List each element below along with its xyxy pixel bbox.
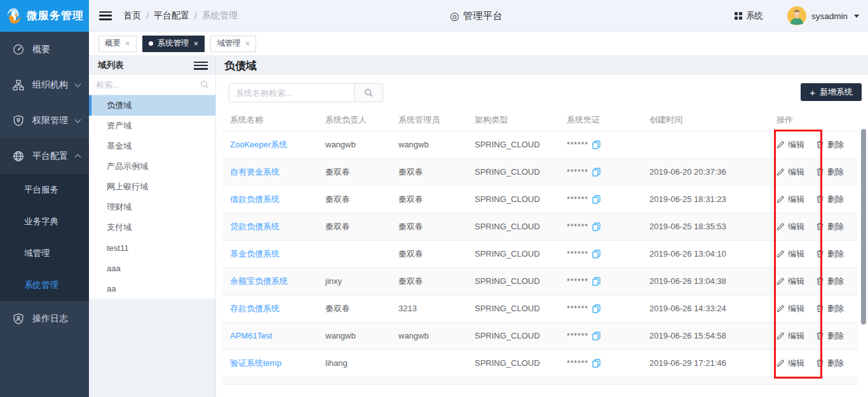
delete-button[interactable]: 删除 bbox=[816, 358, 844, 369]
delete-button[interactable]: 删除 bbox=[816, 194, 844, 205]
copy-icon[interactable] bbox=[592, 195, 600, 204]
app-window: 微服务管理 首页 / 平台配置 / 系统管理 ◎ 管理平台 系统 bbox=[0, 0, 868, 397]
copy-icon[interactable] bbox=[592, 359, 600, 368]
delete-button[interactable]: 删除 bbox=[816, 248, 844, 260]
credential-masked: ****** bbox=[567, 359, 588, 368]
system-name-link[interactable]: 借款负债系统 bbox=[230, 194, 280, 204]
system-name-link[interactable]: ZooKeeper系统 bbox=[230, 140, 287, 149]
submenu-item[interactable]: 域管理 bbox=[0, 238, 89, 269]
domain-list-item[interactable]: aa bbox=[89, 278, 215, 299]
owner-cell: 秦双春 bbox=[318, 185, 391, 213]
domain-list-item[interactable]: 网上银行域 bbox=[89, 177, 215, 197]
trash-icon bbox=[816, 277, 824, 285]
system-name-link[interactable]: 自有资金系统 bbox=[230, 167, 280, 177]
edit-button[interactable]: 编辑 bbox=[776, 166, 804, 178]
sidebar-item-permissions[interactable]: 权限管理 bbox=[0, 103, 89, 138]
table-row: 存款负债系统 秦双春 3213 SPRING_CLOUD ****** 2019… bbox=[222, 295, 858, 322]
domain-list-item[interactable]: 资产域 bbox=[89, 116, 215, 136]
edit-button[interactable]: 编辑 bbox=[776, 221, 804, 232]
credential-masked: ****** bbox=[567, 277, 588, 286]
toolbar: + 新增系统 bbox=[216, 75, 868, 109]
copy-icon[interactable] bbox=[592, 222, 600, 231]
tab[interactable]: 概要 × bbox=[98, 36, 137, 52]
domain-list-item[interactable]: 负债域 bbox=[89, 95, 215, 116]
copy-icon[interactable] bbox=[592, 277, 600, 286]
system-name-link[interactable]: 余额宝负债系统 bbox=[230, 276, 288, 286]
domain-list-item[interactable]: 理财域 bbox=[89, 197, 215, 217]
created-cell: 2019-06-29 17:21:46 bbox=[642, 349, 769, 377]
copy-icon[interactable] bbox=[592, 304, 600, 313]
system-search-input[interactable] bbox=[229, 83, 355, 102]
created-cell bbox=[642, 131, 769, 158]
user-menu[interactable]: sysadmin bbox=[787, 6, 859, 25]
sidebar-item-overview[interactable]: 概要 bbox=[0, 32, 89, 67]
domain-list-item[interactable]: test11 bbox=[89, 238, 215, 258]
owner-cell bbox=[318, 240, 391, 267]
sidebar-item-operation-log[interactable]: 操作日志 bbox=[0, 301, 89, 337]
target-icon: ◎ bbox=[450, 10, 459, 23]
system-name-link[interactable]: APM61Test bbox=[230, 331, 272, 340]
copy-icon[interactable] bbox=[592, 332, 600, 340]
edit-button[interactable]: 编辑 bbox=[776, 276, 804, 287]
edit-button[interactable]: 编辑 bbox=[776, 303, 804, 314]
add-system-button[interactable]: + 新增系统 bbox=[801, 83, 862, 101]
avatar bbox=[787, 6, 806, 25]
edit-button[interactable]: 编辑 bbox=[776, 194, 804, 205]
domain-list-item[interactable]: aaa bbox=[89, 258, 215, 278]
system-switch-button[interactable]: 系统 bbox=[735, 10, 763, 22]
admin-cell: 秦双春 bbox=[391, 213, 467, 240]
table-row: 贷款负债系统 秦双春 秦双春 SPRING_CLOUD ****** 2019-… bbox=[222, 213, 858, 240]
app-logo[interactable]: 微服务管理 bbox=[0, 0, 89, 32]
delete-label: 删除 bbox=[827, 330, 844, 342]
system-name-link[interactable]: 基金负债系统 bbox=[230, 249, 280, 259]
domain-list-item[interactable]: 支付域 bbox=[89, 217, 215, 238]
vertical-scrollbar-thumb[interactable] bbox=[861, 129, 866, 325]
breadcrumb-platform-config[interactable]: 平台配置 bbox=[154, 10, 189, 22]
edit-label: 编辑 bbox=[788, 194, 804, 205]
submenu-item[interactable]: 系统管理 bbox=[0, 269, 89, 301]
delete-button[interactable]: 删除 bbox=[816, 139, 844, 151]
col-system-name: 系统名称 bbox=[222, 109, 318, 131]
main-content: + 新增系统 系统名称 系统负责人 系统管理员 架构类型 系统凭证 创建 bbox=[216, 75, 868, 397]
tab-close-icon[interactable]: × bbox=[245, 39, 250, 48]
edit-button[interactable]: 编辑 bbox=[776, 358, 804, 369]
platform-config-submenu: 平台服务业务字典域管理系统管理 bbox=[0, 174, 89, 301]
system-name-link[interactable]: 验证系统temp bbox=[230, 358, 281, 368]
domain-list-item[interactable]: 产品示例域 bbox=[89, 156, 215, 177]
search-button[interactable] bbox=[355, 83, 383, 102]
tab[interactable]: 域管理 × bbox=[210, 36, 256, 52]
sidebar-item-platform-config[interactable]: 平台配置 bbox=[0, 138, 89, 174]
tab-close-icon[interactable]: × bbox=[194, 39, 199, 48]
copy-icon[interactable] bbox=[592, 168, 600, 177]
collapse-menu-icon[interactable] bbox=[99, 11, 112, 20]
sidebar-item-organization[interactable]: 组织机构 bbox=[0, 67, 89, 103]
delete-button[interactable]: 删除 bbox=[816, 221, 844, 232]
domain-search-input[interactable] bbox=[89, 75, 215, 95]
delete-label: 删除 bbox=[827, 194, 844, 205]
system-name-link[interactable]: 存款负债系统 bbox=[230, 304, 280, 313]
tab[interactable]: 系统管理 × bbox=[142, 36, 205, 52]
sidebar-item-label: 组织机构 bbox=[32, 79, 68, 91]
domain-list-item[interactable]: 基金域 bbox=[89, 136, 215, 156]
delete-button[interactable]: 删除 bbox=[816, 166, 844, 178]
submenu-item[interactable]: 业务字典 bbox=[0, 206, 89, 238]
submenu-item[interactable]: 平台服务 bbox=[0, 174, 89, 206]
delete-button[interactable]: 删除 bbox=[816, 303, 844, 314]
edit-button[interactable]: 编辑 bbox=[776, 248, 804, 260]
main-sidebar: 概要 组织机构 权限管理 bbox=[0, 32, 89, 397]
breadcrumb-home[interactable]: 首页 bbox=[123, 10, 141, 22]
edit-button[interactable]: 编辑 bbox=[776, 330, 804, 342]
domain-panel-menu-icon[interactable] bbox=[194, 62, 208, 70]
domain-list: 负债域资产域基金域产品示例域网上银行域理财域支付域test11aaaaa bbox=[89, 95, 215, 299]
copy-icon[interactable] bbox=[592, 250, 600, 259]
edit-label: 编辑 bbox=[788, 248, 804, 260]
edit-button[interactable]: 编辑 bbox=[776, 139, 804, 151]
tab-close-icon[interactable]: × bbox=[125, 39, 130, 48]
delete-button[interactable]: 删除 bbox=[816, 330, 844, 342]
delete-button[interactable]: 删除 bbox=[816, 276, 844, 287]
copy-icon[interactable] bbox=[592, 140, 600, 149]
system-name-link[interactable]: 贷款负债系统 bbox=[230, 222, 280, 231]
delete-label: 删除 bbox=[827, 358, 844, 369]
credential-masked: ****** bbox=[567, 222, 588, 231]
domain-list-header: 域列表 bbox=[89, 56, 216, 75]
